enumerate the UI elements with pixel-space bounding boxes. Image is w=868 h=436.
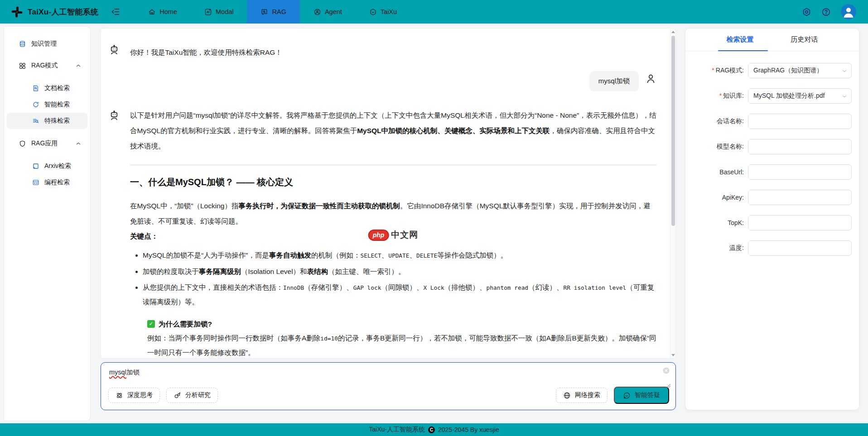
sidebar-item-label: 特殊检索 — [44, 117, 70, 125]
chat-message-list: 你好！我是TaiXu智能，欢迎使用特殊检索RAG！ mysql加锁 — [101, 29, 670, 358]
chat-scrollbar[interactable] — [670, 29, 675, 358]
scrollbar-thumb[interactable] — [671, 36, 675, 226]
sidebar-group-rag-mode[interactable]: RAG模式 — [7, 57, 87, 75]
message-input[interactable]: mysql加锁 — [101, 363, 675, 386]
form-row-apikey: ApiKey: — [693, 190, 852, 205]
help-icon[interactable] — [821, 7, 831, 17]
sidebar-item-arxiv-search[interactable]: Arxiv检索 — [7, 158, 87, 174]
nav-item-label: RAG — [272, 8, 286, 15]
nav-item-home[interactable]: Home — [135, 0, 191, 24]
knowledge-base-select[interactable]: MySQL 加锁处理分析.pdf — [748, 88, 852, 104]
nav-item-label: Home — [159, 8, 177, 15]
required-asterisk: * — [719, 92, 722, 99]
scrollbar-down-arrow[interactable] — [670, 352, 676, 358]
answer-definition-paragraph: 在MySQL中，“加锁”（Locking）指事务执行时，为保证数据一致性而主动获… — [130, 198, 656, 229]
chat-smile-icon — [623, 392, 631, 399]
web-search-button[interactable]: 网络搜索 — [556, 388, 608, 403]
copyright-icon: C — [428, 426, 435, 433]
chevron-up-icon — [76, 141, 81, 146]
list-search-icon — [32, 117, 39, 125]
form-row-session-name: 会话名称: — [693, 114, 852, 129]
bot-answer-markdown: 以下是针对用户问题“mysql加锁”的详尽中文解答。我将严格基于您提供的上下文（… — [130, 107, 656, 358]
refresh-icon — [32, 101, 39, 108]
answer-intro-paragraph: 以下是针对用户问题“mysql加锁”的详尽中文解答。我将严格基于您提供的上下文（… — [130, 108, 656, 154]
svg-text:AI: AI — [207, 10, 210, 14]
chat-panel: 你好！我是TaiXu智能，欢迎使用特殊检索RAG！ mysql加锁 — [101, 28, 676, 359]
chevron-down-icon — [842, 68, 847, 74]
input-text: 加锁 — [126, 369, 140, 376]
sidebar-item-smart-search[interactable]: 智能检索 — [7, 96, 87, 113]
form-row-temperature: 温度: — [693, 240, 852, 256]
field-label: 模型名称: — [693, 143, 748, 151]
nav-item-label: Agent — [325, 8, 342, 15]
check-mark-icon: ✓ — [147, 320, 155, 328]
nav-item-taixu[interactable]: TaiXu — [356, 0, 410, 24]
analysis-icon — [174, 392, 181, 399]
footer-copyright: 2025-2045 By xuesjie — [438, 426, 499, 433]
code-window-icon — [32, 179, 39, 186]
bot-greeting-text: 你好！我是TaiXu智能，欢迎使用特殊检索RAG！ — [130, 41, 282, 60]
taixu-icon — [369, 8, 377, 16]
rag-mode-select[interactable]: GraphRAG（知识图谱） — [748, 63, 852, 78]
scrollbar-up-arrow[interactable] — [670, 29, 676, 35]
smart-qa-button[interactable]: 智能答疑 — [614, 387, 669, 404]
database-icon — [19, 40, 26, 48]
answer-heading-1: 一、什么是MySQL加锁？ —— 核心定义 — [130, 176, 656, 188]
panel-tabs: 检索设置 历史对话 — [685, 29, 859, 51]
analyze-research-button[interactable]: 分析研究 — [166, 388, 218, 403]
app-logo-icon — [11, 6, 23, 18]
sidebar-item-knowledge[interactable]: 知识管理 — [7, 35, 87, 53]
web-search-label: 网络搜索 — [575, 391, 600, 399]
deep-think-label: 深度思考 — [127, 391, 153, 399]
active-tab-underline — [718, 50, 768, 52]
sidebar-group-rag-app[interactable]: RAG应用 — [7, 134, 87, 153]
list-item: MySQL的加锁不是“人为手动操作”，而是事务自动触发的机制（例如：SELECT… — [143, 248, 656, 263]
composer-toolbar: 深度思考 分析研究 网络搜索 — [101, 385, 675, 410]
nav-item-agent[interactable]: Agent — [300, 0, 356, 24]
session-name-input[interactable] — [748, 114, 852, 129]
field-label: *知识库: — [693, 92, 748, 100]
message-composer: mysql加锁 深度思考 — [101, 362, 676, 410]
clear-input-icon[interactable] — [662, 367, 670, 374]
rag-mode-value: GraphRAG（知识图谱） — [753, 67, 823, 75]
why-lock-title-text: 为什么需要加锁? — [159, 317, 212, 331]
model-name-input[interactable] — [748, 139, 852, 154]
temperature-input[interactable] — [748, 240, 852, 256]
nav-item-label: TaiXu — [381, 8, 397, 15]
tab-history-chat[interactable]: 历史对话 — [789, 35, 820, 44]
footer-app-name: TaiXu-人工智能系统 — [369, 426, 425, 434]
footer: TaiXu-人工智能系统 C 2025-2045 By xuesjie — [0, 423, 868, 436]
menu-fold-icon[interactable] — [103, 0, 128, 24]
tab-retrieval-settings[interactable]: 检索设置 — [725, 35, 756, 44]
chevron-down-icon — [842, 94, 847, 99]
why-lock-title: ✓ 为什么需要加锁? — [147, 317, 656, 331]
deep-think-button[interactable]: 深度思考 — [108, 388, 160, 403]
grid-icon — [19, 62, 26, 70]
baseurl-input[interactable] — [748, 164, 852, 180]
form-row-rag-mode: *RAG模式: GraphRAG（知识图谱） — [693, 63, 852, 78]
field-label: ApiKey: — [693, 194, 748, 201]
input-text-misspelled: mysql — [109, 369, 126, 376]
sidebar-item-special-search[interactable]: 特殊检索 — [7, 113, 87, 129]
sidebar-item-doc-search[interactable]: 文档检索 — [7, 80, 87, 96]
nav-item-rag[interactable]: RAG — [247, 0, 299, 24]
settings-gear-icon[interactable] — [802, 7, 811, 17]
agent-icon — [313, 8, 321, 16]
home-icon — [148, 8, 156, 16]
divider — [130, 165, 656, 165]
php-cn-watermark: php 中文网 — [368, 228, 419, 242]
top-navbar: TaiXu-人工智能系统 Home AI Modal — [0, 0, 868, 24]
form-row-topk: TopK: — [693, 215, 852, 230]
topk-input[interactable] — [748, 215, 852, 230]
list-item: 从您提供的上下文中，直接相关的术语包括：InnoDB（存储引擎）、GAP loc… — [143, 280, 656, 309]
sidebar-group-label: RAG模式 — [31, 62, 58, 70]
keypoints-list: MySQL的加锁不是“人为手动操作”，而是事务自动触发的机制（例如：SELECT… — [143, 248, 656, 309]
apikey-input[interactable] — [748, 190, 852, 205]
field-label: BaseUrl: — [693, 168, 748, 176]
brand: TaiXu-人工智能系统 — [0, 0, 103, 24]
nav-item-modal[interactable]: AI Modal — [191, 0, 247, 24]
sidebar-item-coding-search[interactable]: 编程检索 — [7, 174, 87, 191]
user-avatar[interactable] — [841, 4, 856, 19]
square-icon — [32, 163, 39, 170]
smart-qa-label: 智能答疑 — [635, 391, 660, 399]
